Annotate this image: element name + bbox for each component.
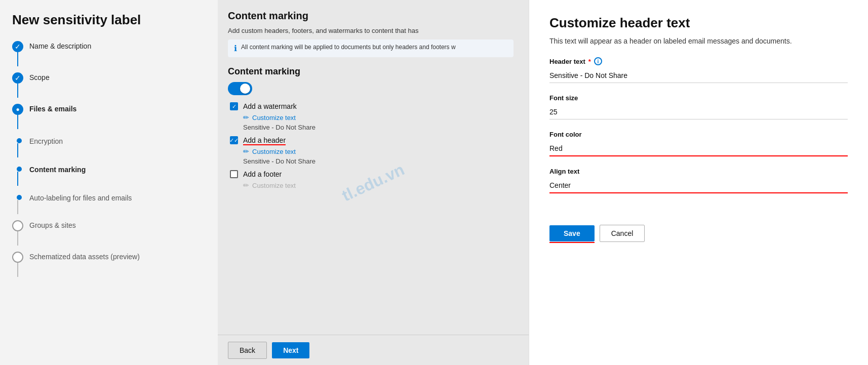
field-label-header-text: Header text * i [549,57,848,65]
nav-circle-schematized [12,252,23,263]
nav-item-name-desc[interactable]: ✓ Name & description [12,38,218,69]
nav-item-auto-labeling[interactable]: Auto-labeling for files and emails [12,189,218,217]
watermark-value: Sensitive - Do Not Share [243,124,514,131]
footer-label: Add a footer [243,170,282,178]
nav-circle-scope: ✓ [12,72,23,84]
nav-label-files-emails: Files & emails [29,104,76,113]
pencil-icon-footer: ✏ [243,181,249,189]
nav-circle-encryption [17,138,22,143]
align-text-input[interactable] [549,178,848,193]
watermark-checkbox[interactable] [230,102,238,110]
right-title: Customize header text [549,15,848,31]
toggle-switch[interactable] [228,82,252,95]
bottom-bar: Back Next [218,335,529,365]
field-label-align-text-text: Align text [549,168,579,175]
right-panel: Customize header text This text will app… [529,0,868,365]
field-label-align-text: Align text [549,168,848,175]
right-footer: Save Cancel [549,225,848,242]
field-label-font-color: Font color [549,131,848,138]
required-star-header: * [588,58,591,65]
footer-checkbox-row: Add a footer [230,170,514,178]
header-checkbox-row: ✓ Add a header [230,136,514,144]
font-color-input[interactable] [549,141,848,156]
nav-line-5 [17,172,18,186]
middle-panel: Content marking Add custom headers, foot… [218,0,529,365]
nav-label-groups-sites: Groups & sites [29,220,76,229]
middle-info-text: Add custom headers, footers, and waterma… [228,27,514,34]
content-marking-section: Content marking Add a watermark ✏ Custom… [228,66,514,189]
nav-circle-files-emails: ● [12,104,23,115]
nav-circle-content-marking [17,167,22,172]
save-button[interactable]: Save [549,225,595,241]
nav-line-2 [17,84,18,98]
nav-label-schematized: Schematized data assets (preview) [29,252,140,261]
watermark-customize-text: Customize text [252,114,296,121]
footer-customize-link[interactable]: ✏ Customize text [243,181,514,189]
footer-checkbox[interactable] [230,170,238,178]
left-panel: New sensitivity label ✓ Name & descripti… [0,0,218,365]
header-label-underline: Add a header [243,136,286,145]
middle-section-title: Content marking [228,10,514,22]
watermark-checkbox-row: Add a watermark [230,102,514,110]
watermark-label: Add a watermark [243,102,297,110]
pencil-icon-watermark: ✏ [243,113,249,121]
nav-line-6 [17,200,18,214]
content-marking-label: Content marking [228,66,514,77]
nav-label-name-desc: Name & description [29,41,91,50]
nav-circle-auto-labeling [17,195,22,200]
nav-line-4 [17,143,18,157]
nav-item-files-emails[interactable]: ● Files & emails [12,101,218,132]
nav-circle-groups-sites [12,220,23,231]
info-banner-icon: ℹ [234,44,237,53]
header-customize-text: Customize text [252,148,296,155]
field-label-header-text-text: Header text [549,58,585,65]
nav-list: ✓ Name & description ✓ Scope ● Files & e… [0,38,218,365]
nav-label-scope: Scope [29,72,50,82]
nav-line-1 [17,52,18,66]
nav-item-encryption[interactable]: Encryption [12,132,218,160]
field-label-font-size: Font size [549,94,848,102]
info-circle-header[interactable]: i [594,57,602,65]
cancel-button[interactable]: Cancel [600,225,645,242]
next-button[interactable]: Next [272,342,309,358]
nav-label-content-marking: Content marking [29,164,86,174]
pencil-icon-header: ✏ [243,147,249,155]
footer-customize-text: Customize text [252,182,296,189]
header-label: Add a header [243,136,286,144]
nav-line-8 [17,263,18,277]
back-button[interactable]: Back [228,342,267,359]
font-size-input[interactable] [549,105,848,119]
nav-item-content-marking[interactable]: Content marking [12,160,218,189]
add-header-section: ✓ Add a header [228,136,514,144]
nav-label-auto-labeling: Auto-labeling for files and emails [29,192,132,202]
right-desc: This text will appear as a header on lab… [549,37,848,45]
watermark-customize-link[interactable]: ✏ Customize text [243,113,514,121]
field-label-font-size-text: Font size [549,94,578,102]
header-checkbox-check: ✓ [229,137,234,144]
nav-item-schematized[interactable]: Schematized data assets (preview) [12,249,218,280]
info-banner-text: All content marking will be applied to d… [241,44,456,51]
header-checkbox[interactable]: ✓ [230,136,238,144]
nav-item-scope[interactable]: ✓ Scope [12,69,218,101]
header-customize-link[interactable]: ✏ Customize text [243,147,514,155]
page-title: New sensitivity label [0,12,218,38]
header-value: Sensitive - Do Not Share [243,157,514,165]
toggle-knob [240,84,250,94]
nav-item-groups-sites[interactable]: Groups & sites [12,217,218,249]
field-label-font-color-text: Font color [549,131,582,138]
middle-content: Content marking Add custom headers, foot… [218,0,529,335]
nav-label-encryption: Encryption [29,135,63,145]
nav-circle-name-desc: ✓ [12,41,23,52]
info-banner: ℹ All content marking will be applied to… [228,39,514,57]
nav-line-3 [17,115,18,129]
header-text-input[interactable] [549,68,848,83]
nav-line-7 [17,231,18,246]
